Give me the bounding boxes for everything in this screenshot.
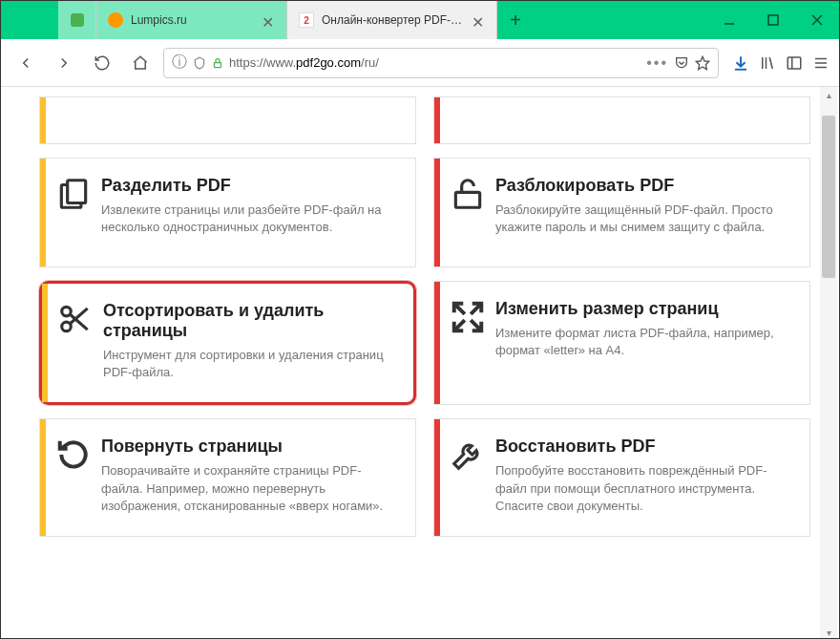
- shield-icon[interactable]: [193, 56, 206, 70]
- minimize-button[interactable]: [707, 1, 751, 39]
- scissors-icon: [57, 301, 94, 337]
- card-unlock-pdf[interactable]: Разблокировать PDF Разблокируйте защищён…: [433, 158, 810, 267]
- tab-lumpics[interactable]: Lumpics.ru ✕: [96, 1, 287, 39]
- card-title: Отсортировать и удалить страницы: [103, 301, 392, 341]
- card-title: Разделить PDF: [101, 176, 394, 196]
- svg-rect-15: [68, 181, 86, 203]
- pdf2go-favicon-icon: 2: [299, 12, 314, 28]
- tab-pinned[interactable]: [58, 1, 96, 39]
- tab-strip: Lumpics.ru ✕ 2 Онлайн-конвертер PDF-файл…: [1, 1, 707, 39]
- card-title: Повернуть страницы: [101, 437, 394, 457]
- menu-icon[interactable]: [812, 54, 830, 72]
- sidebar-icon[interactable]: [786, 54, 803, 72]
- window-titlebar: Lumpics.ru ✕ 2 Онлайн-конвертер PDF-файл…: [1, 1, 839, 39]
- library-icon[interactable]: [759, 54, 776, 72]
- close-icon[interactable]: ✕: [262, 13, 275, 27]
- card-desc: Поворачивайте и сохраняйте страницы PDF-…: [101, 462, 394, 515]
- svg-line-23: [455, 320, 465, 330]
- card-title: Разблокировать PDF: [495, 176, 788, 196]
- download-icon[interactable]: [732, 54, 749, 72]
- window-controls: [707, 1, 839, 39]
- wrench-icon: [450, 437, 486, 473]
- forward-button[interactable]: [49, 48, 79, 78]
- close-window-button[interactable]: [795, 1, 839, 39]
- card-desc: Попробуйте восстановить повреждённый PDF…: [495, 462, 788, 515]
- expand-icon: [450, 299, 486, 335]
- svg-rect-16: [455, 192, 479, 207]
- star-icon[interactable]: [695, 55, 710, 71]
- info-icon[interactable]: ⓘ: [172, 53, 187, 73]
- card-sort-delete-pages[interactable]: Отсортировать и удалить страницы Инструм…: [39, 281, 416, 405]
- card-desc: Измените формат листа PDF-файла, наприме…: [495, 325, 788, 359]
- card-desc: Извлеките страницы или разбейте PDF-файл…: [101, 202, 394, 236]
- accent: [434, 419, 440, 536]
- tool-grid: Разделить PDF Извлеките страницы или раз…: [39, 96, 810, 537]
- accent: [434, 159, 440, 266]
- svg-rect-4: [215, 62, 221, 67]
- card-stub-left[interactable]: [39, 96, 416, 144]
- card-stub-right[interactable]: [433, 96, 810, 144]
- accent: [40, 419, 46, 536]
- accent: [434, 282, 440, 404]
- card-resize-pages[interactable]: Изменить размер страниц Измените формат …: [433, 281, 810, 405]
- more-icon[interactable]: •••: [646, 54, 668, 72]
- scroll-up-icon[interactable]: ▴: [822, 87, 835, 102]
- svg-point-18: [62, 322, 72, 331]
- unlock-icon: [450, 176, 486, 212]
- pinned-favicon: [71, 13, 84, 27]
- copy-pages-icon: [55, 176, 92, 212]
- tab-title: Онлайн-конвертер PDF-файл: [322, 13, 466, 27]
- scroll-thumb[interactable]: [822, 116, 835, 278]
- card-desc: Инструмент для сортировки и удаления стр…: [103, 347, 392, 381]
- card-desc: Разблокируйте защищённый PDF-файл. Прост…: [495, 202, 788, 236]
- pocket-icon[interactable]: [674, 55, 689, 71]
- accent: [434, 97, 440, 143]
- accent: [42, 284, 48, 402]
- vertical-scrollbar[interactable]: ▴ ▾: [820, 87, 837, 639]
- svg-rect-10: [788, 57, 801, 69]
- orange-favicon-icon: [108, 12, 123, 28]
- card-title: Изменить размер страниц: [495, 299, 788, 319]
- accent: [40, 97, 46, 143]
- accent: [40, 159, 46, 266]
- svg-line-24: [471, 320, 480, 330]
- browser-toolbar: ⓘ https://www.pdf2go.com/ru/ •••: [1, 39, 839, 87]
- page-content: Разделить PDF Извлеките страницы или раз…: [1, 87, 839, 639]
- scroll-down-icon[interactable]: ▾: [822, 625, 835, 639]
- tab-title: Lumpics.ru: [131, 13, 256, 27]
- maximize-button[interactable]: [751, 1, 795, 39]
- url-text: https://www.pdf2go.com/ru/: [229, 55, 640, 70]
- toolbar-right: [726, 54, 830, 72]
- svg-marker-5: [696, 56, 708, 69]
- rotate-icon: [55, 437, 92, 473]
- tab-pdf2go[interactable]: 2 Онлайн-конвертер PDF-файл ✕: [287, 1, 497, 39]
- svg-line-22: [471, 305, 480, 314]
- address-bar[interactable]: ⓘ https://www.pdf2go.com/ru/ •••: [163, 48, 719, 78]
- reload-button[interactable]: [87, 48, 117, 78]
- home-button[interactable]: [125, 48, 156, 78]
- card-rotate-pages[interactable]: Повернуть страницы Поворачивайте и сохра…: [39, 418, 416, 537]
- back-button[interactable]: [10, 48, 41, 78]
- lock-icon[interactable]: [212, 56, 223, 70]
- close-icon[interactable]: ✕: [472, 13, 485, 27]
- svg-point-17: [62, 307, 72, 316]
- card-title: Восстановить PDF: [495, 437, 788, 457]
- new-tab-button[interactable]: +: [497, 1, 534, 39]
- svg-line-9: [769, 57, 772, 69]
- card-split-pdf[interactable]: Разделить PDF Извлеките страницы или раз…: [39, 158, 416, 267]
- card-repair-pdf[interactable]: Восстановить PDF Попробуйте восстановить…: [433, 418, 810, 537]
- svg-rect-1: [768, 15, 778, 25]
- svg-line-21: [455, 305, 465, 314]
